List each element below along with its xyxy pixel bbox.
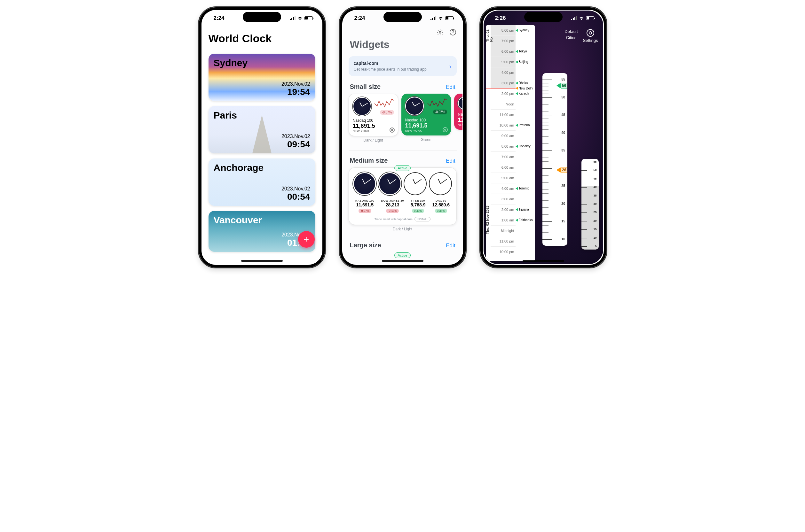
home-indicator[interactable] bbox=[382, 260, 423, 262]
hour-row: 10:00 am bbox=[491, 120, 515, 131]
city-name: Sydney bbox=[214, 58, 310, 69]
hour-row: 3:00 am bbox=[491, 194, 515, 205]
ruler-pointer[interactable]: 56 bbox=[556, 83, 567, 89]
plus-icon: + bbox=[304, 234, 309, 245]
widget-settings-icon[interactable] bbox=[443, 127, 448, 132]
ruler-label: 35 bbox=[561, 148, 565, 152]
ruler-large[interactable]: 555045403530252015105626 bbox=[543, 73, 567, 246]
widget-settings-icon[interactable] bbox=[389, 128, 395, 133]
ticker-value: 11,691.5 bbox=[405, 122, 447, 129]
hour-row: 10:00 pm bbox=[491, 247, 515, 257]
ticker-place: NEW YORK bbox=[405, 129, 447, 132]
home-indicator[interactable] bbox=[241, 260, 283, 262]
ticker-place: NEW YORK bbox=[353, 129, 394, 133]
city-marker[interactable]: Dhaka bbox=[515, 81, 528, 85]
city-marker[interactable]: Conakry bbox=[515, 145, 531, 148]
status-right bbox=[431, 16, 454, 20]
wifi-icon bbox=[579, 16, 584, 20]
ruler-label: 45 bbox=[593, 177, 597, 180]
promo-banner[interactable]: capital·com Get real-time price alerts i… bbox=[349, 56, 457, 76]
edit-button[interactable]: Edit bbox=[446, 158, 455, 164]
ruler-label: 10 bbox=[561, 237, 565, 241]
svg-rect-3 bbox=[295, 16, 295, 20]
hour-row: 7:00 pm bbox=[491, 36, 515, 46]
svg-rect-4 bbox=[431, 19, 432, 20]
widget-caption: Dark / Light bbox=[349, 138, 398, 142]
status-time: 2:24 bbox=[354, 15, 365, 21]
edit-button[interactable]: Edit bbox=[446, 84, 455, 91]
city-card-paris[interactable]: Paris 2023.Nov.02 09:54 bbox=[208, 106, 315, 153]
city-marker[interactable]: Fairbanks bbox=[515, 218, 533, 222]
clock-icon bbox=[378, 172, 401, 195]
city-marker[interactable]: Tijuana bbox=[515, 208, 529, 211]
cellular-icon bbox=[431, 16, 436, 20]
phone-world-clock: 2:24 World Clock Sydney 2023.Nov.02 19:5… bbox=[198, 6, 326, 268]
status-time: 2:24 bbox=[214, 15, 224, 21]
city-date: 2023.Nov.02 bbox=[281, 81, 310, 87]
widget-small-light[interactable]: -0.07% Nasdaq 100 11,691.5 NEW YORK bbox=[349, 94, 398, 136]
city-marker[interactable]: Karachi bbox=[515, 92, 530, 95]
city-card-anchorage[interactable]: Anchorage 2023.Nov.02 00:54 bbox=[208, 158, 315, 206]
city-marker[interactable]: Pretoria bbox=[515, 124, 530, 127]
add-city-button[interactable]: + bbox=[298, 231, 315, 248]
small-widget-row[interactable]: Active -0.07% Nasdaq 100 11,691.5 NEW YO… bbox=[343, 94, 462, 150]
status-right bbox=[290, 16, 313, 20]
ruler-pointer[interactable]: 26 bbox=[556, 167, 567, 173]
city-marker[interactable]: Toronto bbox=[515, 187, 529, 190]
clock-icon bbox=[353, 97, 371, 116]
city-name: Anchorage bbox=[214, 162, 310, 173]
hour-row: 2:00 pm bbox=[491, 89, 515, 99]
svg-rect-13 bbox=[576, 16, 577, 20]
city-date: 2023.Nov.02 bbox=[281, 186, 310, 192]
city-list[interactable]: Sydney 2023.Nov.02 19:54 Paris 2023.Nov.… bbox=[202, 48, 322, 252]
edit-button[interactable]: Edit bbox=[446, 243, 455, 249]
ticker: FTSE 1005,788.90.40% bbox=[411, 199, 426, 213]
ruler-label: 35 bbox=[593, 194, 597, 197]
svg-rect-12 bbox=[574, 17, 575, 20]
default-cities-button[interactable]: Default Cities bbox=[565, 29, 578, 40]
clock-icon bbox=[405, 97, 424, 115]
help-icon[interactable] bbox=[449, 28, 457, 36]
hour-row: 6:00 pm bbox=[491, 46, 515, 57]
ruler-label: 15 bbox=[593, 228, 597, 231]
city-card-vancouver[interactable]: Vancouver 2023.Nov.02 01:54 bbox=[208, 211, 315, 252]
home-indicator[interactable] bbox=[523, 260, 564, 262]
date-label: Thu, 02 Nov 2023 bbox=[486, 186, 489, 234]
city-date: 2023.Nov.02 bbox=[281, 134, 310, 139]
active-badge: Active bbox=[394, 252, 411, 258]
hour-row: 9:00 pm bbox=[491, 257, 515, 261]
city-card-sydney[interactable]: Sydney 2023.Nov.02 19:54 bbox=[208, 54, 315, 101]
widget-small-red[interactable]: Nasd 11,69 NEW Y bbox=[454, 94, 462, 130]
clock-icon bbox=[458, 97, 462, 110]
ruler-label: 10 bbox=[593, 236, 597, 239]
city-name: Vancouver bbox=[214, 215, 310, 226]
hour-row: 7:00 am bbox=[491, 152, 515, 162]
settings-icon[interactable] bbox=[436, 28, 444, 36]
active-badge: Active bbox=[394, 165, 411, 171]
cellular-icon bbox=[571, 16, 577, 20]
timeline-column[interactable]: Thu, 02 No Thu, 02 Nov 2023 8:00 pm7:00 … bbox=[486, 25, 535, 261]
dynamic-island bbox=[524, 12, 563, 22]
divider bbox=[349, 150, 457, 151]
city-marker[interactable]: New Delhi bbox=[515, 87, 533, 90]
hour-row: 4:00 am bbox=[491, 184, 515, 194]
hour-row: 8:00 pm bbox=[491, 25, 515, 36]
clock-icon bbox=[353, 172, 376, 195]
status-right bbox=[571, 16, 594, 20]
section-title-small: Small size bbox=[350, 83, 381, 91]
gear-icon bbox=[587, 29, 594, 37]
city-marker[interactable]: Tokyo bbox=[515, 50, 527, 53]
hour-row: 11:00 am bbox=[491, 110, 515, 120]
city-marker[interactable]: Sydney bbox=[515, 28, 529, 32]
settings-button[interactable]: Settings bbox=[583, 29, 598, 43]
battery-icon bbox=[445, 16, 454, 20]
clock-icon bbox=[404, 172, 427, 195]
widget-medium[interactable]: NASDAQ 10011,691.5-0.07%DOW JONES 3028,2… bbox=[349, 167, 457, 225]
hour-row: 1:00 am bbox=[491, 215, 515, 226]
city-marker[interactable]: Beijing bbox=[515, 60, 528, 63]
widget-small-green[interactable]: -0.07% Nasdaq 100 11,691.5 NEW YORK bbox=[401, 94, 451, 135]
install-button[interactable]: INSTALL bbox=[415, 217, 431, 222]
ruler-small[interactable]: 555045403530252015105 bbox=[582, 159, 599, 250]
current-time-line bbox=[486, 89, 515, 89]
hour-row: 5:00 pm bbox=[491, 57, 515, 68]
